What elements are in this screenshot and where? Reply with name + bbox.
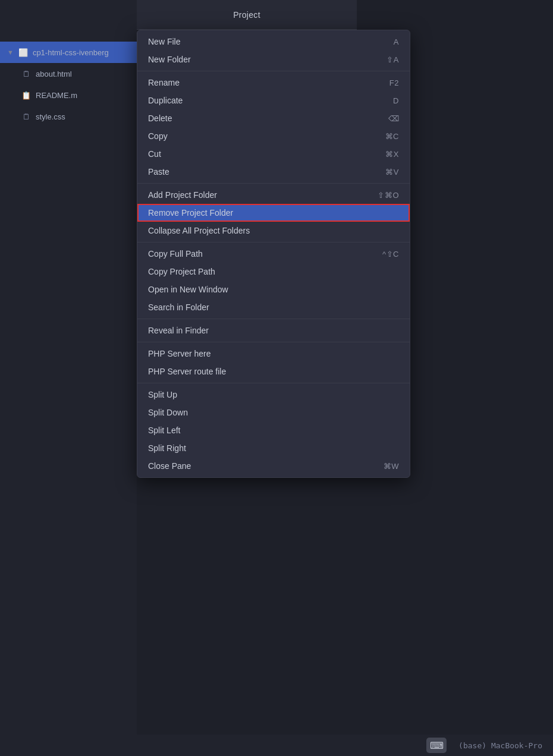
menu-item-close-pane-label: Close Pane bbox=[148, 461, 384, 471]
menu-item-split-right-label: Split Right bbox=[148, 443, 399, 453]
menu-item-add-project-folder-label: Add Project Folder bbox=[148, 190, 378, 200]
menu-item-new-file-label: New File bbox=[148, 37, 394, 46]
chevron-down-icon: ▼ bbox=[7, 49, 14, 56]
menu-item-split-down-label: Split Down bbox=[148, 408, 399, 417]
menu-item-search-in-folder[interactable]: Search in Folder bbox=[137, 298, 410, 316]
menu-item-remove-project-folder[interactable]: Remove Project Folder bbox=[137, 204, 410, 222]
menu-item-open-new-window-label: Open in New Window bbox=[148, 285, 399, 294]
menu-item-open-new-window[interactable]: Open in New Window bbox=[137, 281, 410, 298]
menu-item-reveal-finder[interactable]: Reveal in Finder bbox=[137, 322, 410, 339]
folder-icon: ⬜ bbox=[18, 48, 28, 57]
menu-item-rename-label: Rename bbox=[148, 78, 389, 87]
menu-item-collapse-all-label: Collapse All Project Folders bbox=[148, 226, 399, 235]
menu-item-cut[interactable]: Cut ⌘X bbox=[137, 145, 410, 163]
menu-item-split-left[interactable]: Split Left bbox=[137, 421, 410, 439]
menu-item-collapse-all[interactable]: Collapse All Project Folders bbox=[137, 222, 410, 240]
project-title-bar: Project bbox=[137, 0, 357, 30]
separator-3 bbox=[137, 242, 410, 242]
menu-item-php-server-here-label: PHP Server here bbox=[148, 349, 399, 358]
menu-item-delete-label: Delete bbox=[148, 114, 388, 123]
menu-item-copy-full-path-shortcut: ^⇧C bbox=[382, 250, 399, 259]
project-title: Project bbox=[233, 10, 260, 20]
file-icon: 🗒 bbox=[21, 70, 31, 78]
menu-item-php-server-here[interactable]: PHP Server here bbox=[137, 345, 410, 363]
readme-icon: 📋 bbox=[21, 91, 31, 100]
menu-item-reveal-finder-label: Reveal in Finder bbox=[148, 326, 399, 335]
menu-item-paste[interactable]: Paste ⌘V bbox=[137, 163, 410, 181]
menu-item-duplicate[interactable]: Duplicate D bbox=[137, 92, 410, 109]
file-name-label: about.html bbox=[36, 70, 72, 78]
menu-item-split-down[interactable]: Split Down bbox=[137, 404, 410, 421]
menu-item-duplicate-label: Duplicate bbox=[148, 96, 393, 105]
menu-item-copy-full-path[interactable]: Copy Full Path ^⇧C bbox=[137, 245, 410, 263]
sidebar-file-style[interactable]: 🗒 style.css bbox=[0, 106, 137, 127]
sidebar-file-about[interactable]: 🗒 about.html bbox=[0, 63, 137, 84]
css-name-label: style.css bbox=[36, 112, 65, 121]
menu-item-php-server-route-label: PHP Server route file bbox=[148, 367, 399, 376]
menu-item-search-in-folder-label: Search in Folder bbox=[148, 303, 399, 312]
sidebar-file-readme[interactable]: 📋 README.m bbox=[0, 84, 137, 106]
menu-item-rename-shortcut: F2 bbox=[389, 78, 399, 87]
menu-item-delete[interactable]: Delete ⌫ bbox=[137, 109, 410, 127]
menu-item-copy-project-path-label: Copy Project Path bbox=[148, 267, 399, 276]
separator-1 bbox=[137, 71, 410, 71]
separator-2 bbox=[137, 183, 410, 184]
menu-item-split-up-label: Split Up bbox=[148, 390, 399, 399]
folder-name-label: cp1-html-css-ivenberg bbox=[33, 48, 109, 57]
keyboard-icon[interactable]: ⌨ bbox=[426, 738, 447, 753]
menu-item-split-up[interactable]: Split Up bbox=[137, 386, 410, 404]
menu-item-new-folder-label: New Folder bbox=[148, 55, 387, 64]
css-file-icon: 🗒 bbox=[21, 112, 31, 121]
menu-item-paste-label: Paste bbox=[148, 167, 385, 177]
menu-item-copy[interactable]: Copy ⌘C bbox=[137, 127, 410, 145]
menu-item-split-right[interactable]: Split Right bbox=[137, 439, 410, 457]
menu-item-add-project-folder-shortcut: ⇧⌘O bbox=[378, 191, 399, 200]
menu-item-copy-project-path[interactable]: Copy Project Path bbox=[137, 263, 410, 281]
menu-item-cut-label: Cut bbox=[148, 149, 385, 159]
menu-item-copy-full-path-label: Copy Full Path bbox=[148, 249, 382, 259]
menu-item-cut-shortcut: ⌘X bbox=[385, 150, 399, 159]
menu-item-close-pane-shortcut: ⌘W bbox=[384, 462, 399, 471]
menu-item-delete-shortcut: ⌫ bbox=[388, 114, 400, 123]
menu-item-remove-project-folder-label: Remove Project Folder bbox=[148, 208, 399, 218]
menu-item-split-left-label: Split Left bbox=[148, 426, 399, 435]
menu-item-rename[interactable]: Rename F2 bbox=[137, 74, 410, 92]
bottom-status-text: (base) MacBook-Pro bbox=[458, 741, 542, 750]
menu-item-new-file[interactable]: New File A bbox=[137, 33, 410, 51]
menu-item-add-project-folder[interactable]: Add Project Folder ⇧⌘O bbox=[137, 186, 410, 204]
menu-item-copy-shortcut: ⌘C bbox=[385, 132, 399, 141]
menu-item-new-file-shortcut: A bbox=[394, 37, 399, 46]
separator-6 bbox=[137, 383, 410, 383]
context-menu: New File A New Folder ⇧A Rename F2 Dupli… bbox=[137, 30, 410, 478]
bottom-bar: ⌨ (base) MacBook-Pro bbox=[0, 735, 553, 756]
menu-item-php-server-route[interactable]: PHP Server route file bbox=[137, 363, 410, 380]
menu-item-paste-shortcut: ⌘V bbox=[385, 168, 399, 177]
menu-item-copy-label: Copy bbox=[148, 131, 385, 141]
readme-name-label: README.m bbox=[36, 91, 77, 100]
separator-5 bbox=[137, 342, 410, 342]
menu-item-new-folder-shortcut: ⇧A bbox=[387, 55, 399, 64]
separator-4 bbox=[137, 319, 410, 319]
menu-item-new-folder[interactable]: New Folder ⇧A bbox=[137, 51, 410, 68]
menu-item-duplicate-shortcut: D bbox=[393, 96, 399, 105]
menu-item-close-pane[interactable]: Close Pane ⌘W bbox=[137, 457, 410, 475]
